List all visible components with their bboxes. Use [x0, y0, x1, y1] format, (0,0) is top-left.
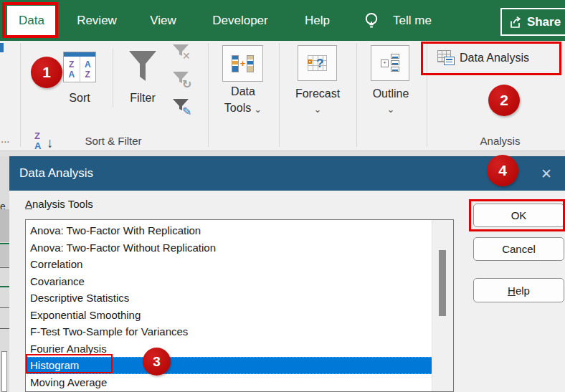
- tab-developer-label: Developer: [212, 14, 268, 28]
- sort-icon-col-za: ZA: [64, 57, 80, 82]
- chevron-down-icon: ⌄: [254, 106, 262, 115]
- clear-x-icon: ✕: [182, 50, 191, 62]
- cancel-button[interactable]: Cancel: [473, 237, 564, 261]
- dialog-title: Data Analysis: [19, 166, 93, 181]
- tab-developer[interactable]: Developer: [197, 6, 283, 36]
- chevron-down-icon: ⌄: [293, 106, 343, 113]
- tab-review[interactable]: Review: [68, 6, 125, 36]
- tab-review-label: Review: [77, 14, 117, 28]
- list-item-label: Exponential Smoothing: [30, 309, 141, 321]
- pencil-icon: ✎: [182, 105, 191, 118]
- worksheet-gridline: [0, 243, 9, 244]
- group-separator: [279, 43, 280, 147]
- highlight-rect-histogram: [26, 354, 113, 373]
- list-item[interactable]: Covariance: [26, 273, 433, 290]
- worksheet-gridline: [0, 328, 9, 329]
- list-item-label: Covariance: [30, 275, 85, 287]
- worksheet-gridline: [0, 307, 9, 308]
- list-item-label: Anova: Two-Factor Without Replication: [30, 242, 216, 254]
- group-separator: [208, 43, 209, 147]
- outline-button[interactable]: +: [371, 45, 409, 81]
- clear-filter-button[interactable]: ✕: [173, 44, 197, 69]
- data-tools-label-line1: Data: [219, 85, 267, 98]
- data-tools-button[interactable]: +: [222, 45, 263, 82]
- list-item-label: Anova: Two-Factor With Replication: [30, 224, 201, 236]
- dialog-title-bar[interactable]: Data Analysis ✕: [9, 156, 565, 191]
- worksheet-gridline: [0, 267, 9, 268]
- data-tools-icon: [247, 55, 254, 72]
- outline-icon: +: [381, 59, 389, 67]
- scrollbar-track[interactable]: [432, 220, 453, 391]
- group-separator: [356, 43, 357, 147]
- group-label-analysis: Analysis: [459, 135, 541, 147]
- reapply-filter-button[interactable]: ↻: [173, 72, 197, 96]
- list-item[interactable]: Exponential Smoothing: [26, 307, 433, 324]
- outline-icon-cells: [391, 54, 399, 73]
- tab-view-label: View: [150, 14, 176, 28]
- button-separator: [113, 49, 113, 107]
- tell-me-box[interactable]: Tell me: [363, 6, 432, 36]
- highlight-rect-data-analysis: [421, 42, 561, 75]
- close-icon[interactable]: ✕: [541, 156, 552, 191]
- outline-label: Outline: [366, 87, 416, 100]
- annotation-step-3: 3: [143, 348, 171, 376]
- share-label: Share: [527, 15, 561, 29]
- forecast-button[interactable]: ?: [298, 45, 337, 81]
- highlight-rect-data-tab: [2, 2, 58, 38]
- filter-button[interactable]: Filter: [120, 92, 165, 105]
- sort-button[interactable]: Sort: [57, 92, 102, 105]
- list-item[interactable]: Correlation: [26, 256, 433, 273]
- worksheet-cell: [1, 351, 7, 392]
- tab-help-label: Help: [305, 14, 330, 28]
- list-item-label: Moving Average: [30, 376, 107, 388]
- lightbulb-icon: [363, 11, 380, 31]
- help-button[interactable]: Help: [473, 278, 564, 302]
- group-label-sort-filter: Sort & Filter: [34, 135, 192, 147]
- sort-button-icon[interactable]: ZA AZ: [63, 52, 96, 82]
- worksheet-gridline: [0, 286, 9, 287]
- plus-icon: +: [240, 58, 246, 69]
- worksheet-cell: [0, 209, 9, 242]
- list-item[interactable]: F-Test Two-Sample for Variances: [26, 323, 433, 340]
- excel-window: Data Review View Developer Help Tell me: [0, 0, 565, 392]
- annotation-step-2: 2: [488, 85, 520, 116]
- cutoff-icon-fragment: [0, 43, 4, 52]
- tell-me-label: Tell me: [393, 14, 432, 28]
- list-item[interactable]: Moving Average: [26, 374, 433, 391]
- share-button[interactable]: Share: [500, 8, 565, 36]
- data-tools-label-line2: Tools ⌄: [219, 102, 267, 115]
- advanced-filter-button[interactable]: ✎: [173, 99, 197, 123]
- data-tools-icon: [232, 55, 239, 72]
- share-icon: [508, 16, 522, 29]
- forecast-label: Forecast: [293, 87, 343, 100]
- annotation-step-1: 1: [31, 57, 62, 88]
- tab-help[interactable]: Help: [290, 6, 344, 36]
- list-item-label: Fourier Analysis: [30, 343, 107, 355]
- group-separator: [20, 43, 21, 147]
- highlight-rect-ok: [469, 199, 565, 231]
- tab-view[interactable]: View: [136, 6, 190, 36]
- list-item[interactable]: Descriptive Statistics: [26, 290, 433, 307]
- list-item[interactable]: Anova: Two-Factor With Replication: [26, 222, 433, 239]
- chevron-down-icon: ⌄: [366, 106, 416, 113]
- filter-icon[interactable]: [128, 50, 157, 85]
- worksheet-cell: [0, 245, 9, 267]
- worksheet-left-edge: e: [0, 156, 9, 392]
- scrollbar-thumb[interactable]: [439, 250, 446, 316]
- ribbon-tab-bar: Data Review View Developer Help Tell me: [0, 0, 565, 41]
- ribbon-overflow-dots: ...: [1, 133, 10, 145]
- list-item-label: Correlation: [30, 258, 82, 270]
- list-item[interactable]: Anova: Two-Factor Without Replication: [26, 239, 433, 257]
- refresh-icon: ↻: [182, 77, 191, 91]
- sort-icon-col-az: AZ: [80, 57, 96, 82]
- worksheet-strip: [0, 151, 565, 156]
- analysis-tools-label: Analysis Tools: [25, 198, 93, 210]
- list-item-label: F-Test Two-Sample for Variances: [30, 325, 188, 338]
- forecast-icon: ?: [308, 55, 327, 71]
- annotation-step-4: 4: [487, 155, 518, 186]
- list-item-label: Descriptive Statistics: [30, 292, 129, 304]
